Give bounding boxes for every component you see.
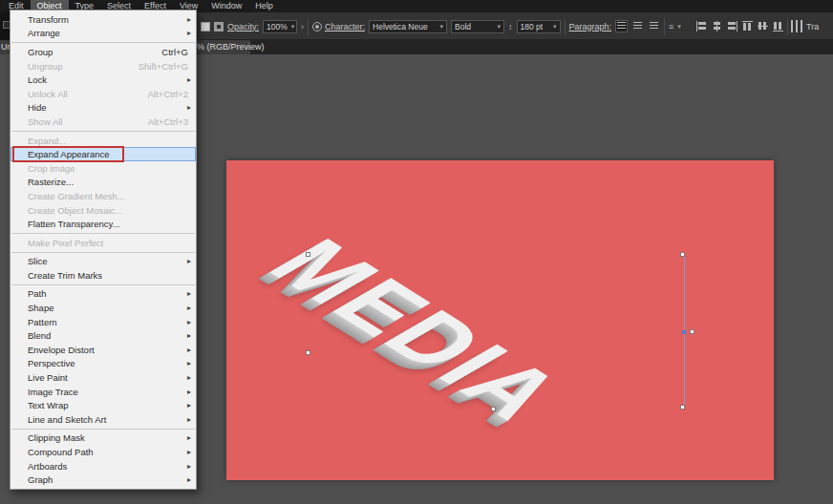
size-stepper-icon[interactable]: ↕ (508, 22, 513, 32)
align-left-icon[interactable] (695, 20, 708, 32)
menu-item-label: Pattern (28, 317, 57, 327)
align-vertical-middle-icon[interactable] (757, 20, 769, 32)
menu-item-label: Unlock All (28, 89, 68, 99)
submenu-arrow-icon: ▸ (187, 433, 191, 442)
divider (308, 18, 309, 35)
menu-item-label: Text Wrap (28, 400, 69, 410)
menu-item-envelope-distort[interactable]: Envelope Distort▸ (11, 343, 196, 357)
submenu-arrow-icon: ▸ (187, 103, 191, 112)
menu-item-label: Lock (28, 74, 47, 85)
menu-item-label: Shape (28, 303, 53, 313)
document-title-fragment-right: % (RGB/Preview) (197, 40, 265, 54)
menu-item-transform[interactable]: Transform▸ (11, 12, 196, 27)
align-paragraph-right-button[interactable] (648, 20, 660, 32)
menu-item-label: Create Object Mosaic... (28, 205, 122, 216)
submenu-arrow-icon: ▸ (187, 475, 191, 484)
selection-handle[interactable] (680, 252, 685, 257)
menu-list-icon[interactable]: ≡ (669, 22, 673, 32)
menu-item-create-object-mosaic: Create Object Mosaic... (11, 203, 196, 218)
menu-item-shortcut: Ctrl+G (161, 47, 188, 57)
menu-item-lock[interactable]: Lock▸ (11, 73, 196, 87)
submenu-arrow-icon: ▸ (187, 462, 191, 471)
menu-item-perspective[interactable]: Perspective▸ (11, 357, 196, 371)
align-right-icon[interactable] (726, 20, 738, 32)
menu-item-expand-appearance[interactable]: Expand Appearance (11, 147, 196, 161)
menu-separator (11, 42, 195, 43)
menu-item-arrange[interactable]: Arrange▸ (11, 27, 196, 41)
menubar-item-window[interactable]: Window (204, 0, 248, 12)
menu-item-graph[interactable]: Graph▸ (11, 472, 196, 487)
menu-item-label: Expand... (28, 136, 66, 146)
align-horizontal-center-icon[interactable] (711, 20, 723, 32)
paragraph-label[interactable]: Paragraph: (569, 22, 612, 32)
menu-item-blend[interactable]: Blend▸ (11, 328, 196, 343)
selection-handle[interactable] (306, 350, 310, 355)
align-paragraph-center-button[interactable] (631, 20, 644, 32)
menu-separator (11, 252, 195, 253)
selection-handle[interactable] (690, 329, 694, 334)
menu-item-group[interactable]: GroupCtrl+G (11, 45, 196, 59)
distribute-icon[interactable] (791, 20, 803, 32)
menu-item-hide[interactable]: Hide▸ (11, 101, 196, 116)
submenu-arrow-icon: ▸ (187, 289, 191, 298)
selection-handle[interactable] (680, 405, 685, 410)
menu-item-crop-image: Crop Image (11, 161, 196, 176)
menu-item-label: Flatten Transparency... (28, 219, 119, 229)
menu-item-shape[interactable]: Shape▸ (11, 301, 196, 315)
menu-item-slice[interactable]: Slice▸ (11, 255, 196, 269)
opacity-label[interactable]: Opacity: (227, 22, 259, 32)
submenu-arrow-icon: ▸ (187, 373, 191, 382)
chevron-down-icon: ▾ (677, 23, 681, 31)
menu-item-line-and-sketch-art[interactable]: Line and Sketch Art▸ (11, 412, 196, 427)
menu-item-path[interactable]: Path▸ (11, 287, 196, 302)
align-paragraph-left-button[interactable] (615, 20, 628, 32)
menu-item-clipping-mask[interactable]: Clipping Mask▸ (11, 431, 196, 446)
character-label[interactable]: Character: (325, 22, 365, 32)
align-top-icon[interactable] (741, 20, 754, 32)
menu-item-unlock-all: Unlock AllAlt+Ctrl+2 (11, 87, 196, 101)
menu-item-flatten-transparency[interactable]: Flatten Transparency... (11, 217, 196, 231)
recolor-artwork-icon[interactable] (312, 22, 322, 32)
font-size-dropdown[interactable]: 180 pt ▾ (517, 20, 561, 33)
submenu-arrow-icon: ▸ (187, 359, 191, 368)
fill-swatch-icon[interactable] (201, 22, 210, 32)
menu-item-live-paint[interactable]: Live Paint▸ (11, 370, 196, 385)
align-bottom-icon[interactable] (772, 20, 784, 32)
menubar-item-help[interactable]: Help (248, 0, 280, 12)
menu-item-pattern[interactable]: Pattern▸ (11, 315, 196, 329)
stroke-swatch-icon[interactable] (214, 22, 224, 32)
opacity-dropdown[interactable]: 100% ▾ (263, 20, 297, 33)
selection-handle[interactable] (306, 252, 310, 257)
artboard[interactable] (226, 160, 774, 480)
font-style-dropdown[interactable]: Bold ▾ (451, 20, 504, 33)
divider (664, 18, 665, 35)
menu-item-label: Perspective (28, 358, 75, 368)
flyout-arrow-icon[interactable]: › (301, 22, 304, 32)
menu-separator (11, 131, 195, 132)
menu-item-label: Blend (28, 330, 51, 341)
menu-item-label: Group (28, 47, 53, 57)
menu-item-create-trim-marks[interactable]: Create Trim Marks (11, 268, 196, 283)
menu-item-image-trace[interactable]: Image Trace▸ (11, 385, 196, 399)
panel-tab-fragment[interactable]: Tra (806, 22, 819, 32)
menu-item-label: Create Trim Marks (28, 270, 102, 281)
menu-item-show-all: Show AllAlt+Ctrl+3 (11, 115, 196, 129)
menu-item-compound-path[interactable]: Compound Path▸ (11, 445, 196, 459)
anchor-point[interactable] (682, 330, 686, 334)
submenu-arrow-icon: ▸ (187, 304, 191, 312)
font-family-value: Helvetica Neue (373, 22, 428, 32)
menu-item-artboards[interactable]: Artboards▸ (11, 459, 196, 473)
menu-item-label: Hide (28, 102, 47, 113)
menu-item-label: Crop Image (28, 163, 75, 174)
divider (787, 18, 788, 35)
menu-item-shortcut: Shift+Ctrl+G (139, 61, 188, 72)
submenu-arrow-icon: ▸ (187, 29, 191, 37)
menu-item-label: Show All (28, 116, 62, 127)
menu-item-text-wrap[interactable]: Text Wrap▸ (11, 398, 196, 412)
menu-item-shortcut: Alt+Ctrl+2 (148, 89, 188, 99)
font-family-dropdown[interactable]: Helvetica Neue ▾ (369, 20, 447, 33)
selection-handle[interactable] (491, 407, 496, 411)
opacity-value: 100% (267, 22, 288, 32)
menu-item-label: Make Pixel Perfect (28, 238, 103, 248)
menu-item-rasterize[interactable]: Rasterize... (11, 176, 196, 190)
